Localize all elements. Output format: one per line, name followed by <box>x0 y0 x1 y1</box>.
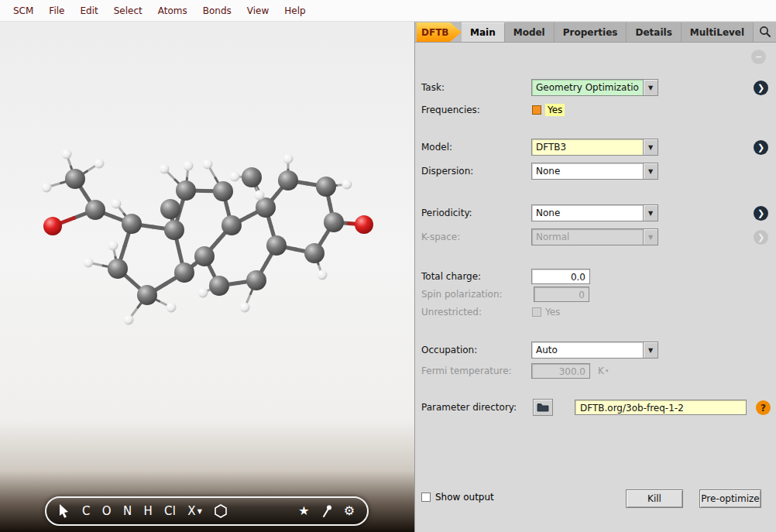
frequencies-checkbox[interactable] <box>532 105 541 115</box>
frequencies-label: Frequencies: <box>421 105 480 115</box>
molecule-viewport[interactable]: C O N H Cl X ▼ ★ ⚙ <box>0 22 415 532</box>
task-label: Task: <box>421 82 445 93</box>
star-tool-icon[interactable]: ★ <box>298 505 309 517</box>
occupation-value[interactable]: Auto <box>531 342 644 359</box>
gear-icon[interactable]: ⚙ <box>344 505 355 517</box>
model-label: Model: <box>421 142 452 153</box>
ring-tool-icon[interactable] <box>214 504 228 518</box>
occupation-dropdown-arrow[interactable]: ▼ <box>644 342 658 359</box>
model-dropdown-arrow[interactable]: ▼ <box>644 139 658 156</box>
unrestricted-checkbox <box>532 307 541 317</box>
atom-toolbar: C O N H Cl X ▼ ★ ⚙ <box>45 496 369 526</box>
menu-select[interactable]: Select <box>107 2 149 19</box>
fermi-temperature-input: 300.0 <box>531 363 590 379</box>
menu-atoms[interactable]: Atoms <box>151 2 194 19</box>
element-h-button[interactable]: H <box>143 504 153 518</box>
element-cl-button[interactable]: Cl <box>164 504 176 518</box>
parameter-help-button[interactable]: ? <box>756 400 771 415</box>
fermi-temperature-label: Fermi temperature: <box>421 366 512 376</box>
parameter-directory-label: Parameter directory: <box>421 402 517 413</box>
probe-tool-icon[interactable] <box>321 505 332 518</box>
molecule-render <box>0 22 415 494</box>
periodicity-label: Periodicity: <box>421 208 472 218</box>
model-combobox[interactable]: DFTB3 ▼ <box>531 139 658 156</box>
tab-properties[interactable]: Properties <box>555 22 627 42</box>
kspace-combobox: Normal ▼ <box>531 228 658 245</box>
task-combobox[interactable]: Geometry Optimizatio ▼ <box>531 79 658 96</box>
unrestricted-label: Unrestricted: <box>421 307 482 317</box>
dispersion-value[interactable]: None <box>531 163 644 180</box>
element-x-label: X <box>187 504 196 518</box>
tab-dftb[interactable]: DFTB <box>417 22 462 42</box>
periodicity-dropdown-arrow[interactable]: ▼ <box>644 204 658 221</box>
model-detail-button[interactable]: ❯ <box>754 140 768 155</box>
task-detail-button[interactable]: ❯ <box>754 81 768 95</box>
frequencies-yes-label: Yes <box>545 104 565 116</box>
collapse-panel-button: − <box>751 50 766 64</box>
unrestricted-yes-label: Yes <box>545 307 560 317</box>
kill-button[interactable]: Kill <box>626 489 683 508</box>
menu-file[interactable]: File <box>42 2 71 19</box>
chevron-down-icon: ▼ <box>197 508 202 515</box>
cursor-tool-icon[interactable] <box>59 504 70 518</box>
fermi-unit-dropdown-icon: ▾ <box>606 368 609 374</box>
spin-polarization-label: Spin polarization: <box>421 289 503 300</box>
total-charge-input[interactable]: 0.0 <box>531 269 590 284</box>
model-value[interactable]: DFTB3 <box>531 139 644 156</box>
total-charge-label: Total charge: <box>421 271 481 282</box>
kspace-value: Normal <box>531 228 644 245</box>
occupation-combobox[interactable]: Auto ▼ <box>531 342 658 359</box>
task-value[interactable]: Geometry Optimizatio <box>531 79 644 96</box>
folder-browse-button[interactable] <box>533 399 553 416</box>
task-dropdown-arrow[interactable]: ▼ <box>644 79 658 96</box>
tab-main[interactable]: Main <box>462 22 505 42</box>
dftb-settings-panel: DFTB Main Model Properties Details Multi… <box>415 22 776 532</box>
menu-scm[interactable]: SCM <box>6 2 40 19</box>
parameter-directory-input[interactable]: DFTB.org/3ob-freq-1-2 <box>575 400 747 415</box>
element-o-button[interactable]: O <box>102 504 112 518</box>
dispersion-label: Dispersion: <box>421 166 473 177</box>
menu-bonds[interactable]: Bonds <box>196 2 239 19</box>
kspace-label: K-space: <box>421 232 460 242</box>
search-icon[interactable] <box>754 22 776 42</box>
element-c-button[interactable]: C <box>82 504 91 518</box>
menu-bar: SCM File Edit Select Atoms Bonds View He… <box>0 0 776 22</box>
tab-bar: DFTB Main Model Properties Details Multi… <box>415 22 776 43</box>
dispersion-combobox[interactable]: None ▼ <box>531 163 658 180</box>
element-n-button[interactable]: N <box>123 504 132 518</box>
dispersion-dropdown-arrow[interactable]: ▼ <box>644 163 658 180</box>
spin-polarization-input: 0 <box>534 287 589 302</box>
menu-edit[interactable]: Edit <box>73 2 105 19</box>
element-x-dropdown[interactable]: X ▼ <box>187 504 202 518</box>
tab-multilevel[interactable]: MultiLevel <box>682 22 754 42</box>
show-output-label: Show output <box>435 492 494 503</box>
folder-icon <box>537 403 549 412</box>
periodicity-combobox[interactable]: None ▼ <box>531 204 658 221</box>
menu-help[interactable]: Help <box>277 2 312 19</box>
kspace-dropdown-arrow: ▼ <box>644 228 658 245</box>
menu-view[interactable]: View <box>240 2 276 19</box>
tab-model[interactable]: Model <box>505 22 555 42</box>
fermi-unit-label: K <box>598 366 604 376</box>
periodicity-value[interactable]: None <box>531 204 644 221</box>
tab-details[interactable]: Details <box>627 22 681 42</box>
occupation-label: Occupation: <box>421 345 477 355</box>
show-output-checkbox[interactable] <box>421 493 431 502</box>
pre-optimize-button[interactable]: Pre-optimize <box>699 489 761 508</box>
kspace-detail-button: ❯ <box>754 230 768 245</box>
periodicity-detail-button[interactable]: ❯ <box>754 206 768 221</box>
